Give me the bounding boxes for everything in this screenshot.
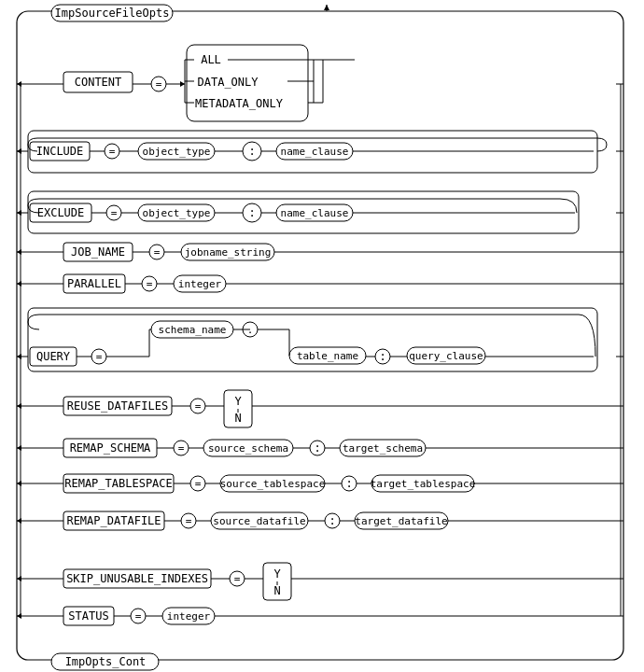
remap-schema-source: source_schema [208,442,288,455]
parallel-eq: = [147,278,153,290]
content-keyword: CONTENT [75,76,122,89]
include-colon: : [248,145,255,158]
remap-datafile-keyword: REMAP_DATAFILE [66,514,161,527]
svg-marker-163 [17,445,21,451]
exclude-object-type: object_type [143,207,211,219]
svg-marker-156 [17,81,21,87]
include-name-clause: name_clause [281,146,349,158]
exclude-colon: : [248,206,255,219]
reuse-keyword: REUSE_DATAFILES [67,399,168,413]
remap-tablespace-keyword: REMAP_TABLESPACE [64,477,173,490]
svg-marker-158 [17,210,21,216]
remap-datafile-colon: : [329,514,335,527]
svg-marker-165 [17,518,21,524]
remap-datafile-target: target_datafile [355,515,447,527]
diagram-footer: ImpOpts_Cont [65,655,147,668]
remap-schema-colon: : [314,441,320,455]
svg-marker-161 [17,354,21,359]
skip-keyword: SKIP_UNUSABLE_INDEXES [66,572,208,585]
status-keyword: STATUS [68,609,108,623]
remap-tablespace-target: target_tablespace [371,478,476,490]
remap-schema-keyword: REMAP_SCHEMA [70,441,151,455]
jobname-string: jobname_string [185,246,272,259]
remap-tablespace-colon: : [345,477,352,490]
exclude-eq: = [111,207,118,219]
reuse-eq: = [195,400,202,413]
svg-marker-159 [17,249,21,255]
skip-y: Y [273,567,281,581]
query-table-name: table_name [297,350,358,362]
remap-tablespace-eq: = [195,478,202,490]
reuse-n: N [234,412,241,425]
include-eq: = [109,146,116,158]
query-colon: : [379,350,385,363]
svg-marker-167 [17,613,21,619]
svg-marker-162 [17,403,21,409]
remap-datafile-eq: = [186,515,192,527]
svg-marker-160 [17,281,21,287]
parallel-keyword: PARALLEL [67,277,121,290]
svg-marker-157 [17,148,21,154]
skip-eq: = [234,573,241,585]
content-eq: = [156,78,162,91]
svg-marker-164 [17,481,21,486]
parallel-integer: integer [178,278,222,290]
svg-marker-10 [180,81,185,87]
include-keyword: INCLUDE [36,145,84,158]
skip-n: N [273,584,280,597]
query-clause: query_clause [409,350,483,362]
query-schema-name: schema_name [159,324,227,336]
diagram-title: ImpSourceFileOpts [55,7,170,20]
query-eq: = [96,351,103,363]
jobname-keyword: JOB_NAME [71,245,125,259]
remap-tablespace-source: source_tablespace [220,478,326,490]
query-keyword: QUERY [36,350,71,363]
reuse-y: Y [234,395,242,408]
status-eq: = [135,610,142,623]
exclude-keyword: EXCLUDE [37,206,85,219]
jobname-eq: = [154,246,161,259]
option-metadata-only: METADATA_ONLY [195,97,284,110]
svg-marker-166 [17,576,21,581]
railroad-diagram: ImpSourceFileOpts ImpOpts_Cont CONTENT =… [0,0,644,672]
remap-schema-eq: = [178,442,185,455]
svg-marker-4 [324,5,329,10]
remap-datafile-source: source_datafile [213,515,305,527]
status-integer: integer [167,610,211,623]
option-all: ALL [201,53,221,66]
exclude-name-clause: name_clause [281,207,349,219]
diagram-container: ImpSourceFileOpts ImpOpts_Cont CONTENT =… [0,0,644,672]
remap-schema-target: target_schema [343,442,423,455]
include-object-type: object_type [143,146,211,158]
option-data-only: DATA_ONLY [197,76,259,89]
